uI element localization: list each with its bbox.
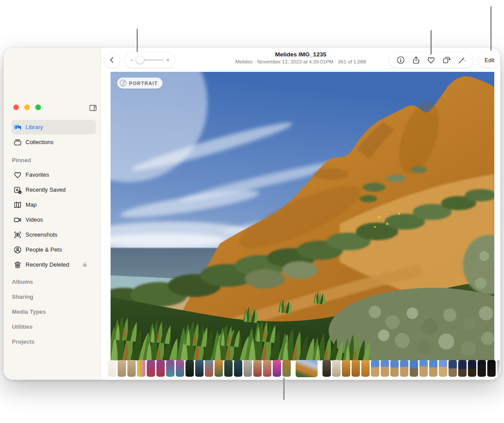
sidebar-section-utilities[interactable]: Utilities [4, 319, 100, 334]
heart-icon [13, 171, 22, 179]
filmstrip-thumbnail[interactable] [400, 360, 408, 377]
edit-button-label: Edit [485, 57, 494, 63]
filmstrip-thumbnail[interactable] [487, 360, 496, 377]
sidebar-item-screenshots[interactable]: Screenshots [11, 227, 96, 242]
filmstrip-thumbnail[interactable] [166, 360, 174, 377]
zoom-slider[interactable]: − + [125, 52, 175, 68]
library-icon [13, 123, 22, 132]
sidebar-item-label: Collections [26, 139, 54, 145]
filmstrip-thumbnail[interactable] [185, 360, 194, 377]
video-icon [13, 215, 22, 224]
filmstrip-thumbnail[interactable] [497, 360, 500, 377]
auto-enhance-button[interactable] [456, 54, 468, 66]
share-icon [411, 56, 421, 65]
filmstrip-thumbnail[interactable] [108, 360, 116, 377]
filmstrip-thumbnail[interactable] [390, 360, 399, 377]
filmstrip-thumbnail[interactable] [458, 360, 467, 377]
sidebar-header-pinned: Pinned [4, 153, 100, 167]
minimize-button[interactable] [24, 104, 30, 110]
sidebar-item-label: Recently Deleted [26, 261, 69, 268]
traffic-lights [13, 104, 41, 110]
map-icon [13, 200, 22, 209]
filmstrip-thumbnail[interactable] [322, 360, 331, 377]
sidebar-item-label: Videos [26, 216, 43, 223]
sidebar-item-label: Library [26, 124, 43, 130]
filmstrip-thumbnail[interactable] [282, 360, 291, 377]
filmstrip-thumbnail[interactable] [195, 360, 204, 377]
filmstrip-thumbnail[interactable] [273, 360, 281, 377]
filmstrip-thumbnail[interactable] [468, 360, 476, 377]
sidebar-toggle-button[interactable] [88, 104, 98, 112]
filmstrip-thumbnail[interactable] [429, 360, 437, 377]
info-icon [396, 56, 405, 65]
filmstrip-thumbnail[interactable] [371, 360, 379, 377]
filmstrip-thumbnail[interactable] [215, 360, 223, 377]
filmstrip-thumbnail[interactable] [342, 360, 350, 377]
filmstrip-thumbnail[interactable] [448, 360, 457, 377]
sidebar-section-albums[interactable]: Albums [4, 275, 100, 289]
sidebar-nav: LibraryCollectionsPinnedFavoritesRecentl… [4, 120, 100, 349]
rotate-icon [442, 56, 451, 65]
filmstrip-thumbnail[interactable] [352, 360, 360, 377]
back-button[interactable] [104, 52, 120, 68]
chevron-left-icon [107, 56, 116, 64]
filmstrip-thumbnail[interactable] [118, 360, 126, 377]
rotate-button[interactable] [441, 54, 452, 66]
sidebar-item-label: Favorites [26, 171, 49, 178]
filmstrip-thumbnail[interactable] [263, 360, 271, 377]
filmstrip-thumbnail[interactable] [253, 360, 262, 377]
toolbar: − + Melides IMG_1235 Melides · November … [101, 48, 500, 72]
zoom-button[interactable] [35, 104, 41, 110]
filmstrip-thumbnail[interactable] [127, 360, 136, 377]
zoom-slider-track[interactable] [136, 59, 164, 61]
trash-icon [13, 260, 22, 269]
sidebar-item-recently-saved[interactable]: Recently Saved [11, 182, 96, 197]
filmstrip-thumbnail-selected[interactable] [296, 360, 318, 377]
people-pets-icon [13, 245, 22, 254]
filmstrip-thumbnail[interactable] [176, 360, 184, 377]
filmstrip-thumbnail[interactable] [419, 360, 428, 377]
zoom-in-label[interactable]: + [165, 56, 170, 63]
zoom-slider-knob[interactable] [136, 56, 144, 64]
sidebar-item-collections[interactable]: Collections [11, 135, 96, 149]
sidebar-section-projects[interactable]: Projects [4, 334, 100, 349]
filmstrip-thumbnail[interactable] [361, 360, 370, 377]
info-button[interactable] [395, 54, 406, 66]
filmstrip-thumbnail[interactable] [439, 360, 447, 377]
photo-viewer[interactable]: ƒ PORTRAIT [111, 72, 494, 360]
filmstrip-thumbnail[interactable] [478, 360, 486, 377]
sidebar-section-sharing[interactable]: Sharing [4, 289, 100, 304]
filmstrip-thumbnail[interactable] [137, 360, 145, 377]
filmstrip-thumbnail[interactable] [147, 360, 155, 377]
callout-line-filmstrip-thumbnail [283, 378, 285, 400]
filmstrip-thumbnail[interactable] [410, 360, 418, 377]
sidebar-item-label: Screenshots [26, 231, 57, 238]
sidebar-item-label: Recently Saved [26, 186, 66, 193]
sidebar-item-recently-deleted[interactable]: Recently Deleted [11, 257, 96, 272]
sidebar-item-label: Map [26, 201, 37, 208]
sidebar-section-media-types[interactable]: Media Types [4, 304, 100, 319]
filmstrip-thumbnail[interactable] [244, 360, 252, 377]
edit-button[interactable]: Edit [478, 52, 500, 68]
sidebar-item-videos[interactable]: Videos [11, 212, 96, 227]
filmstrip-thumbnail[interactable] [224, 360, 233, 377]
filmstrip-thumbnail[interactable] [234, 360, 242, 377]
lock-icon [82, 261, 88, 268]
close-button[interactable] [13, 104, 19, 110]
content-area: − + Melides IMG_1235 Melides · November … [101, 48, 500, 380]
filmstrip-thumbnail[interactable] [381, 360, 389, 377]
zoom-out-label[interactable]: − [129, 56, 134, 63]
share-button[interactable] [410, 54, 422, 66]
filmstrip-thumbnail[interactable] [156, 360, 165, 377]
filmstrip-thumbnail[interactable] [332, 360, 341, 377]
filmstrip [108, 360, 500, 378]
portrait-badge-label: PORTRAIT [129, 81, 158, 86]
sidebar-item-map[interactable]: Map [11, 197, 96, 212]
sidebar-toggle-icon [88, 104, 98, 112]
sidebar-item-people-pets[interactable]: People & Pets [11, 242, 96, 257]
sidebar-item-favorites[interactable]: Favorites [11, 167, 96, 182]
favorite-button[interactable] [426, 54, 437, 66]
favorite-icon [426, 56, 436, 65]
sidebar-item-library[interactable]: Library [11, 120, 96, 134]
filmstrip-thumbnail[interactable] [205, 360, 213, 377]
